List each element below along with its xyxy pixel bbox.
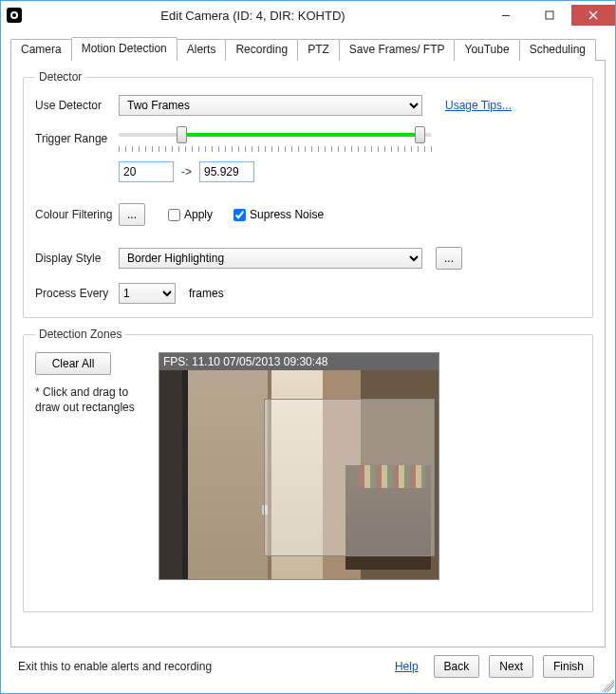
detection-zones-legend: Detection Zones (35, 328, 125, 341)
footer: Exit this to enable alerts and recording… (10, 647, 606, 685)
tab-camera[interactable]: Camera (10, 39, 72, 61)
app-icon (7, 8, 22, 23)
detection-zones-group: Detection Zones Clear All * Click and dr… (23, 328, 593, 612)
display-style-label: Display Style (35, 252, 119, 265)
slider-thumb-high[interactable] (415, 126, 425, 143)
help-link[interactable]: Help (395, 660, 419, 673)
apply-checkbox-wrap[interactable]: Apply (164, 206, 213, 224)
clear-all-button[interactable]: Clear All (35, 352, 111, 375)
trigger-high-input[interactable] (199, 161, 254, 182)
tab-youtube[interactable]: YouTube (454, 39, 519, 61)
close-button[interactable] (571, 5, 615, 26)
finish-button[interactable]: Finish (543, 655, 594, 678)
detection-zone-rect[interactable] (264, 399, 435, 556)
use-detector-label: Use Detector (35, 99, 119, 112)
use-detector-select[interactable]: Two Frames (119, 95, 422, 116)
trigger-range-label: Trigger Range (35, 132, 119, 145)
trigger-range-slider[interactable] (119, 129, 432, 148)
process-every-select[interactable]: 1 (119, 283, 176, 304)
apply-label: Apply (184, 208, 213, 221)
process-every-label: Process Every (35, 287, 119, 300)
usage-tips-link[interactable]: Usage Tips... (445, 99, 512, 112)
tab-motion-detection[interactable]: Motion Detection (71, 37, 177, 61)
supress-checkbox-wrap[interactable]: Supress Noise (230, 206, 324, 224)
frames-label: frames (189, 287, 224, 300)
supress-checkbox[interactable] (233, 209, 246, 221)
tab-save-frames[interactable]: Save Frames/ FTP (339, 39, 456, 61)
tab-alerts[interactable]: Alerts (177, 39, 227, 61)
tab-panel: Detector Use Detector Two Frames Usage T… (10, 60, 606, 647)
back-button[interactable]: Back (434, 655, 480, 678)
preview-overlay-text: FPS: 11.10 07/05/2013 09:30:48 (159, 353, 439, 370)
tab-strip: Camera Motion Detection Alerts Recording… (10, 37, 606, 61)
window-title: Edit Camera (ID: 4, DIR: KOHTD) (22, 9, 484, 23)
supress-label: Supress Noise (250, 208, 324, 221)
colour-filtering-label: Colour Filtering (35, 208, 119, 221)
svg-point-1 (12, 13, 16, 17)
svg-rect-3 (546, 11, 553, 19)
arrow-label: -> (181, 165, 192, 178)
trigger-low-input[interactable] (119, 161, 174, 182)
slider-thumb-low[interactable] (177, 126, 187, 143)
minimize-button[interactable] (484, 5, 528, 26)
display-style-select[interactable]: Border Highlighting (119, 248, 422, 269)
resize-grip[interactable] (601, 679, 614, 692)
apply-checkbox[interactable] (168, 209, 180, 221)
svg-rect-2 (502, 15, 510, 16)
footer-message: Exit this to enable alerts and recording (18, 660, 385, 673)
next-button[interactable]: Next (489, 655, 533, 678)
colour-filtering-button[interactable]: ... (119, 203, 145, 226)
zones-hint: * Click and drag to draw out rectangles (35, 385, 147, 415)
tab-recording[interactable]: Recording (225, 39, 298, 61)
camera-preview[interactable]: FPS: 11.10 07/05/2013 09:30:48 (159, 352, 439, 580)
detector-group: Detector Use Detector Two Frames Usage T… (23, 70, 593, 318)
display-style-options-button[interactable]: ... (436, 247, 462, 270)
detector-legend: Detector (35, 70, 85, 84)
titlebar: Edit Camera (ID: 4, DIR: KOHTD) (1, 1, 615, 29)
maximize-button[interactable] (528, 5, 571, 26)
tab-scheduling[interactable]: Scheduling (519, 39, 596, 61)
tab-ptz[interactable]: PTZ (297, 39, 340, 61)
